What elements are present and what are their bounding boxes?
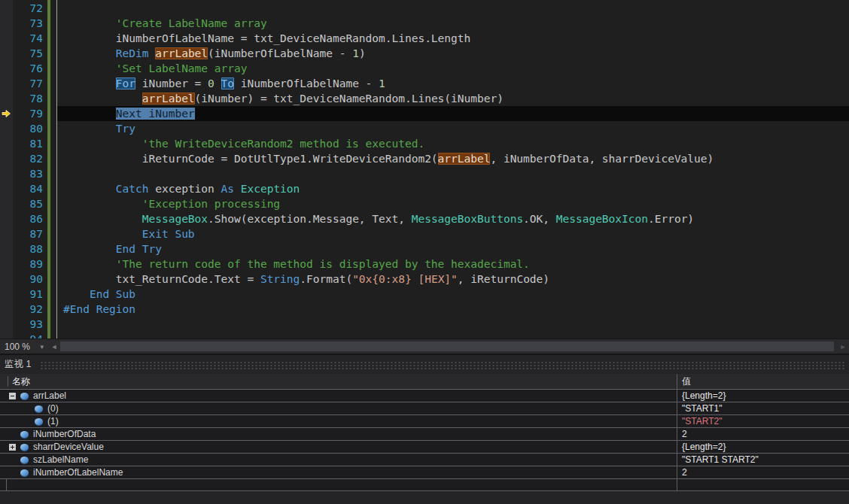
code-token: As bbox=[221, 183, 234, 195]
line-number[interactable]: 87 bbox=[13, 226, 43, 241]
expander-minus-icon[interactable] bbox=[9, 393, 16, 399]
watch-value[interactable]: 2 bbox=[682, 429, 687, 439]
watch-value-cell[interactable]: "START2" bbox=[677, 415, 849, 427]
line-number[interactable]: 90 bbox=[13, 272, 43, 287]
code-line[interactable]: 90 txt_ReturnCode.Text = String.Format("… bbox=[0, 272, 849, 287]
watch-name-cell[interactable]: (0) bbox=[0, 402, 677, 414]
line-number[interactable]: 78 bbox=[13, 91, 43, 106]
watch-name-cell[interactable] bbox=[0, 479, 677, 490]
watch-row[interactable]: sharrDeviceValue{Length=2} bbox=[0, 440, 849, 453]
watch-row[interactable]: (0)"START1" bbox=[0, 402, 849, 414]
scrollbar-thumb[interactable] bbox=[60, 342, 834, 351]
line-number[interactable]: 81 bbox=[13, 136, 43, 151]
code-line[interactable]: 87 Exit Sub bbox=[0, 226, 849, 241]
watch-name[interactable]: (0) bbox=[47, 403, 59, 414]
code-line[interactable]: 76 'Set LabelName array bbox=[0, 61, 849, 76]
line-number[interactable]: 77 bbox=[13, 76, 43, 91]
line-number[interactable]: 92 bbox=[13, 302, 43, 317]
watch-value-cell[interactable]: "START1 START2" bbox=[677, 454, 849, 466]
scroll-left-icon[interactable]: ◄ bbox=[48, 343, 60, 351]
current-statement-arrow-icon bbox=[2, 109, 11, 118]
column-header-value[interactable]: 值 bbox=[677, 374, 849, 389]
code-line[interactable]: 91 End Sub bbox=[0, 287, 849, 302]
watch-value[interactable]: 2 bbox=[682, 467, 687, 478]
watch-name-cell[interactable]: sharrDeviceValue bbox=[0, 441, 677, 453]
line-number[interactable]: 88 bbox=[13, 241, 43, 257]
watch-name-cell[interactable]: (1) bbox=[0, 415, 677, 427]
line-number[interactable]: 72 bbox=[13, 1, 43, 16]
code-line[interactable]: 94 bbox=[0, 332, 849, 339]
watch-name[interactable]: iNumberOfLabelName bbox=[33, 467, 123, 478]
line-number[interactable]: 86 bbox=[13, 211, 43, 226]
code-line[interactable]: 88 End Try bbox=[0, 241, 849, 257]
code-line[interactable]: 81 'the WriteDeviceRandom2 method is exe… bbox=[0, 136, 849, 151]
watch-name[interactable]: arrLabel bbox=[33, 390, 66, 401]
line-number[interactable]: 84 bbox=[13, 181, 43, 196]
line-number[interactable]: 94 bbox=[13, 332, 43, 339]
line-number[interactable]: 91 bbox=[13, 287, 43, 302]
line-number[interactable]: 79 bbox=[13, 106, 43, 121]
watch-row[interactable]: arrLabel{Length=2} bbox=[0, 389, 849, 402]
line-number[interactable]: 82 bbox=[13, 151, 43, 166]
watch-value-cell[interactable]: {Length=2} bbox=[677, 390, 849, 402]
line-number[interactable]: 80 bbox=[13, 121, 43, 136]
code-token: Catch bbox=[116, 183, 149, 195]
watch-value[interactable]: "START2" bbox=[682, 416, 722, 427]
expander-plus-icon[interactable] bbox=[9, 444, 16, 451]
watch-name[interactable]: (1) bbox=[47, 416, 59, 427]
watch-row[interactable]: iNumberOfData2 bbox=[0, 427, 849, 440]
watch-row[interactable]: szLabelName"START1 START2" bbox=[0, 453, 849, 466]
line-number[interactable]: 85 bbox=[13, 196, 43, 211]
code-line[interactable]: 84 Catch exception As Exception bbox=[0, 181, 849, 196]
line-number[interactable]: 74 bbox=[13, 31, 43, 46]
code-line[interactable]: 72 bbox=[0, 1, 849, 16]
line-number[interactable]: 76 bbox=[13, 61, 43, 76]
code-line[interactable]: 85 'Exception processing bbox=[0, 196, 849, 211]
line-number[interactable]: 89 bbox=[13, 257, 43, 272]
line-number[interactable]: 73 bbox=[13, 16, 43, 31]
line-number[interactable]: 93 bbox=[13, 317, 43, 332]
code-line[interactable]: 73 'Create LabelName array bbox=[0, 16, 849, 31]
code-line[interactable]: 78 arrLabel(iNumber) = txt_DeviceNameRan… bbox=[0, 91, 849, 106]
code-line[interactable]: 74 iNumberOfLabelName = txt_DeviceNameRa… bbox=[0, 31, 849, 46]
watch-name[interactable]: sharrDeviceValue bbox=[33, 442, 104, 452]
watch-name-cell[interactable]: iNumberOfLabelName bbox=[0, 466, 677, 478]
code-line[interactable]: 75 ReDim arrLabel(iNumberOfLabelName - 1… bbox=[0, 46, 849, 61]
code-line[interactable]: 86 MessageBox.Show(exception.Message, Te… bbox=[0, 211, 849, 226]
watch-add-row[interactable] bbox=[0, 478, 849, 491]
line-number[interactable]: 75 bbox=[13, 46, 43, 61]
scroll-right-icon[interactable]: ► bbox=[837, 343, 849, 351]
scrollbar-track[interactable] bbox=[60, 339, 837, 354]
watch-value-cell[interactable]: "START1" bbox=[677, 402, 849, 414]
code-token: Exception bbox=[241, 183, 300, 195]
code-line[interactable]: 92#End Region bbox=[0, 302, 849, 317]
watch-value-cell[interactable]: 2 bbox=[677, 466, 849, 478]
code-line[interactable]: 83 bbox=[0, 166, 849, 181]
watch-value-cell[interactable] bbox=[677, 479, 849, 490]
code-line[interactable]: 79 Next iNumber bbox=[0, 106, 849, 121]
code-line[interactable]: 89 'The return code of the method is dis… bbox=[0, 257, 849, 272]
column-header-name[interactable]: 名称 bbox=[0, 374, 677, 389]
line-number[interactable]: 83 bbox=[13, 166, 43, 181]
watch-row[interactable]: iNumberOfLabelName2 bbox=[0, 466, 849, 478]
watch-name-cell[interactable]: arrLabel bbox=[0, 390, 677, 402]
code-line[interactable]: 80 Try bbox=[0, 121, 849, 136]
code-line[interactable]: 77 For iNumber = 0 To iNumberOfLabelName… bbox=[0, 76, 849, 91]
watch-name[interactable]: iNumberOfData bbox=[33, 429, 96, 439]
watch-name-cell[interactable]: iNumberOfData bbox=[0, 428, 677, 440]
watch-value-cell[interactable]: 2 bbox=[677, 428, 849, 440]
watch-value-cell[interactable]: {Length=2} bbox=[677, 441, 849, 453]
editor-zoom-dropdown[interactable]: 100 % ▾ bbox=[0, 339, 48, 354]
watch-value[interactable]: "START1" bbox=[682, 403, 722, 414]
watch-value[interactable]: "START1 START2" bbox=[682, 454, 759, 465]
code-editor[interactable]: 7273 'Create LabelName array74 iNumberOf… bbox=[0, 0, 849, 339]
watch-name-cell[interactable]: szLabelName bbox=[0, 454, 677, 466]
code-line[interactable]: 93 bbox=[0, 317, 849, 332]
horizontal-scrollbar[interactable]: ◄ ► bbox=[48, 339, 849, 354]
watch-value[interactable]: {Length=2} bbox=[682, 442, 726, 452]
watch-value[interactable]: {Length=2} bbox=[682, 390, 726, 401]
watch-row[interactable]: (1)"START2" bbox=[0, 414, 849, 427]
watch-name[interactable]: szLabelName bbox=[33, 454, 88, 465]
watch-title-bar[interactable]: 监视 1 bbox=[0, 355, 849, 374]
code-line[interactable]: 82 iReturnCode = DotUtlType1.WriteDevice… bbox=[0, 151, 849, 166]
